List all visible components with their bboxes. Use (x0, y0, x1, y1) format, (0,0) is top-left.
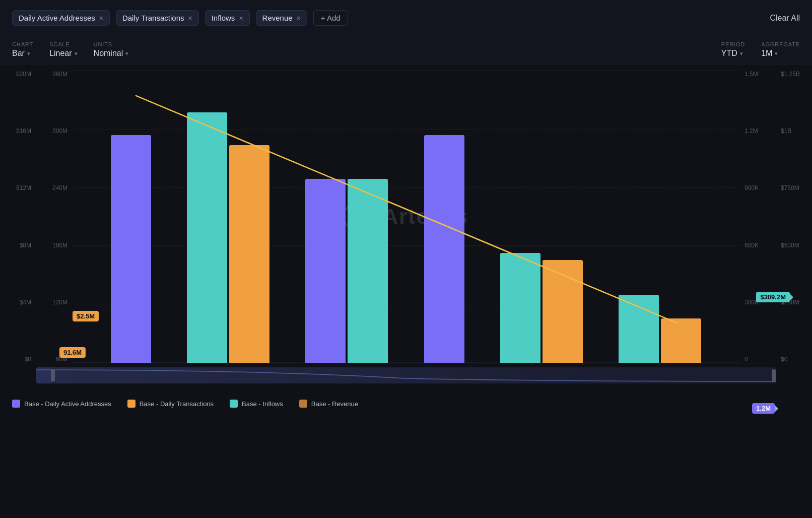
bar-orange (543, 260, 583, 363)
legend: Base - Daily Active Addresses Base - Dai… (0, 390, 812, 416)
legend-label: Base - Inflows (242, 400, 283, 408)
chart-wrap: $0 $4M $8M $12M $16M $20M 60M 120M 180M … (0, 71, 812, 363)
value-badge-orange-left: $2.5M (73, 311, 99, 321)
bar-teal (619, 295, 659, 363)
chevron-down-icon: ▾ (75, 50, 78, 57)
chevron-down-icon: ▾ (27, 50, 30, 57)
period-select[interactable]: YTD ▾ (721, 49, 745, 58)
range-trend-line (36, 367, 776, 383)
legend-color-teal (230, 400, 238, 408)
bar-orange (661, 318, 701, 363)
chip-daily-active-addresses[interactable]: Daily Active Addresses × (12, 10, 110, 26)
legend-label: Base - Daily Active Addresses (24, 400, 111, 408)
bar-cluster (619, 295, 701, 363)
legend-item-transactions: Base - Daily Transactions (127, 400, 214, 408)
legend-color-orange-rev (299, 400, 307, 408)
legend-item-revenue: Base - Revenue (299, 400, 358, 408)
bar-teal (348, 179, 388, 363)
controls-bar: CHART Bar ▾ SCALE Linear ▾ UNITS Nominal… (0, 36, 812, 64)
axis-right-2: $0 $250M $500M $750M $1B $1.25B (776, 71, 812, 363)
bar-purple (424, 135, 464, 363)
chip-label: Daily Active Addresses (19, 14, 95, 22)
chip-label: Daily Transactions (122, 14, 184, 22)
bar-purple (305, 179, 346, 363)
aggregate-value: 1M (761, 49, 772, 58)
aggregate-control: AGGREGATE 1M ▾ (761, 41, 800, 58)
chart-container: $0 $4M $8M $12M $16M $20M 60M 120M 180M … (0, 64, 812, 383)
legend-item-active-addresses: Base - Daily Active Addresses (12, 400, 111, 408)
add-button[interactable]: + Add (313, 10, 348, 26)
chevron-down-icon: ▾ (740, 50, 743, 57)
bar-cluster (305, 179, 388, 363)
period-label: PERIOD (721, 41, 745, 47)
legend-color-purple (12, 400, 20, 408)
top-bar: Daily Active Addresses × Daily Transacti… (0, 0, 812, 36)
chart-inner: ⊞ Artemis (73, 71, 739, 363)
scale-label: SCALE (49, 41, 77, 47)
chart-type-control: CHART Bar ▾ (12, 41, 33, 58)
legend-item-inflows: Base - Inflows (230, 400, 283, 408)
chevron-down-icon: ▾ (775, 50, 778, 57)
bar-cluster (187, 112, 269, 363)
scale-select[interactable]: Linear ▾ (49, 49, 77, 58)
chevron-down-icon: ▾ (125, 50, 128, 57)
aggregate-label: AGGREGATE (761, 41, 800, 47)
value-badge-1-2m: 1.2M (752, 403, 775, 414)
chip-daily-transactions[interactable]: Daily Transactions × (116, 10, 199, 26)
chip-inflows[interactable]: Inflows × (205, 10, 250, 26)
units-select[interactable]: Nominal ▾ (94, 49, 129, 58)
bars-group (73, 71, 739, 363)
close-icon[interactable]: × (239, 14, 243, 22)
close-icon[interactable]: × (188, 14, 192, 22)
axis-bottom-line (36, 363, 776, 363)
legend-label: Base - Daily Transactions (140, 400, 214, 408)
chart-select[interactable]: Bar ▾ (12, 49, 33, 58)
bar-teal (500, 253, 540, 363)
value-badge-309m: $309.2M (756, 292, 790, 302)
axis-left-1: $0 $4M $8M $12M $16M $20M (0, 71, 36, 363)
bar-cluster (111, 135, 151, 363)
units-value: Nominal (94, 49, 123, 58)
bar-cluster (424, 135, 464, 363)
clear-all-button[interactable]: Clear All (770, 14, 800, 23)
aggregate-select[interactable]: 1M ▾ (761, 49, 800, 58)
units-label: UNITS (94, 41, 129, 47)
bar-teal (187, 112, 227, 363)
period-control: PERIOD YTD ▾ (721, 41, 745, 58)
controls-right: PERIOD YTD ▾ AGGREGATE 1M ▾ (721, 41, 800, 58)
scale-control: SCALE Linear ▾ (49, 41, 77, 58)
bar-purple (111, 135, 151, 363)
close-icon[interactable]: × (99, 14, 103, 22)
value-badge-91m: 91.6M (59, 347, 86, 358)
axis-left-2: 60M 120M 180M 240M 300M 360M (36, 71, 73, 363)
range-slider[interactable] (36, 367, 776, 383)
period-value: YTD (721, 49, 737, 58)
legend-label: Base - Revenue (311, 400, 358, 408)
chart-value: Bar (12, 49, 25, 58)
chip-label: Inflows (212, 14, 235, 22)
chip-revenue[interactable]: Revenue × (256, 10, 307, 26)
bar-orange (229, 145, 269, 363)
axis-right-1: 0 300K 600K 900K 1.2M 1.5M (739, 71, 776, 363)
units-control: UNITS Nominal ▾ (94, 41, 129, 58)
close-icon[interactable]: × (297, 14, 301, 22)
scale-value: Linear (49, 49, 72, 58)
bar-cluster (500, 253, 583, 363)
chip-label: Revenue (262, 14, 293, 22)
legend-color-orange-tx (127, 400, 136, 408)
chart-label: CHART (12, 41, 33, 47)
